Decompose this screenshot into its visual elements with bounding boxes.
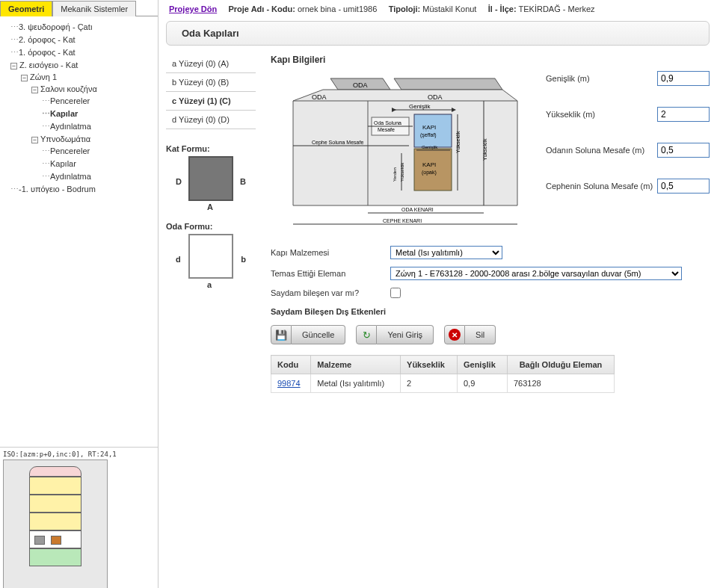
th-bagli: Bağlı Olduğu Eleman — [507, 356, 614, 374]
svg-text:Oda Soluna: Oda Soluna — [374, 120, 401, 126]
surface-b[interactable]: b Yüzeyi (0) (B) — [166, 73, 256, 92]
section-title: Oda Kapıları — [166, 21, 710, 46]
saydam-checkbox[interactable] — [390, 288, 401, 298]
tipoloji-value: Müstakil Konut — [422, 4, 476, 13]
svg-text:ODA: ODA — [312, 93, 327, 101]
shape-b2: b — [241, 255, 246, 264]
sil-button[interactable]: Sil — [465, 325, 496, 344]
svg-text:ODA: ODA — [428, 93, 443, 101]
refresh-icon[interactable]: ↻ — [356, 325, 377, 344]
shape-a2: a — [207, 280, 212, 289]
tree-room-2[interactable]: −Υπνοδωμάτια — [3, 133, 155, 145]
topbar: Projeye Dön Proje Adı - Kodu: ornek bina… — [166, 0, 710, 18]
svg-marker-1 — [394, 78, 502, 90]
tree-floor-2[interactable]: ⋯2. όροφος - Kat — [3, 34, 155, 46]
shape-a: A — [207, 202, 213, 211]
delete-icon[interactable] — [444, 325, 465, 344]
svg-text:Yükseklik: Yükseklik — [455, 131, 461, 153]
tree-floor-0[interactable]: −Ζ. εισόγειο - Kat — [3, 59, 155, 71]
svg-text:Yükseklik: Yükseklik — [400, 162, 404, 182]
collapse-icon[interactable]: − — [10, 63, 17, 69]
tree-kapilar[interactable]: ⋯Kapılar — [3, 108, 155, 120]
yukseklik-input[interactable] — [657, 107, 710, 122]
th-gen: Genişlik — [457, 356, 507, 374]
malzeme-label: Kapı Malzemesi — [271, 248, 375, 257]
svg-text:Genişlik: Genişlik — [422, 145, 438, 149]
kat-formu-title: Kat Formu: — [166, 144, 256, 153]
svg-rect-13 — [414, 114, 452, 147]
svg-text:Mesafe: Mesafe — [378, 127, 395, 132]
tree-floor-1[interactable]: ⋯1. όροφος - Kat — [3, 46, 155, 59]
tree-pencereler[interactable]: ⋯Pencereler — [3, 95, 155, 108]
svg-text:KAPI: KAPI — [422, 124, 436, 131]
form-heading: Kapı Bilgileri — [271, 55, 710, 65]
tree-aydinlatma-2[interactable]: ⋯Aydınlatma — [3, 170, 155, 183]
yukseklik-label: Yükseklik (m) — [546, 110, 595, 119]
collapse-icon[interactable]: − — [31, 87, 38, 93]
proje-value: ornek bina - umit1986 — [298, 4, 377, 13]
building-preview: ISO:[azm:p+0,inc:0], RT:24,1 — [0, 447, 158, 588]
il-value: TEKİRDAĞ - Merkez — [518, 4, 594, 13]
svg-text:ODA KENARI: ODA KENARI — [401, 207, 434, 212]
save-icon[interactable]: 💾 — [271, 325, 292, 344]
nav-tree: ⋯3. ψευδοροφή - Çatı ⋯2. όροφος - Kat ⋯1… — [0, 16, 158, 200]
tab-geometri[interactable]: Geometri — [0, 1, 52, 16]
th-kodu: Kodu — [271, 356, 311, 374]
doors-table: Kodu Malzeme Yükseklik Genişlik Bağlı Ol… — [271, 355, 615, 393]
odasol-input[interactable] — [657, 143, 710, 158]
th-malzeme: Malzeme — [311, 356, 401, 374]
th-yuk: Yükseklik — [401, 356, 458, 374]
shape-d2: d — [176, 255, 181, 264]
tree-zone-1[interactable]: −Ζώνη 1 — [3, 71, 155, 83]
tree-kapilar-2[interactable]: ⋯Kapılar — [3, 158, 155, 170]
oda-shape — [188, 234, 233, 279]
surface-d[interactable]: d Yüzeyi (0) (D) — [166, 111, 256, 129]
back-link[interactable]: Projeye Dön — [169, 4, 217, 13]
subheading: Saydam Bileşen Dış Etkenleri — [271, 307, 710, 316]
tab-mekanik[interactable]: Mekanik Sistemler — [52, 1, 136, 16]
diag-oda-1: ODA — [353, 81, 368, 89]
genislik-label: Genişlik (m) — [546, 74, 590, 83]
malzeme-select[interactable]: Metal (Isı yalıtımlı) — [390, 246, 502, 259]
preview-meta: ISO:[azm:p+0,inc:0], RT:24,1 — [3, 451, 155, 458]
tree-room-1[interactable]: −Σαλονι κουζήνα — [3, 83, 155, 95]
cephesol-label: Cephenin Soluna Mesafe (m) — [546, 182, 653, 191]
svg-text:Genişlik: Genişlik — [409, 103, 431, 110]
table-row[interactable]: 99874 Metal (Isı yalıtımlı) 2 0,9 763128 — [271, 374, 615, 393]
collapse-icon[interactable]: − — [31, 137, 38, 143]
shape-d: D — [176, 177, 182, 186]
il-label: İl - İlçe: — [488, 4, 517, 13]
oda-formu-title: Oda Formu: — [166, 222, 256, 231]
svg-text:Yerden: Yerden — [393, 167, 397, 182]
svg-text:(opak): (opak) — [422, 170, 437, 176]
surface-c[interactable]: c Yüzeyi (1) (C) — [166, 92, 256, 111]
surface-a[interactable]: a Yüzeyi (0) (A) — [166, 55, 256, 73]
collapse-icon[interactable]: − — [21, 75, 28, 81]
temas-select[interactable]: Ζώνη 1 - E763128 - 2000-2008 arası 2.böl… — [390, 267, 682, 280]
tree-aydinlatma[interactable]: ⋯Aydınlatma — [3, 120, 155, 133]
saydam-label: Saydam bileşen var mı? — [271, 288, 375, 297]
tree-floor-3[interactable]: ⋯3. ψευδοροφή - Çatı — [3, 21, 155, 34]
svg-text:KAPI: KAPI — [422, 161, 436, 168]
genislik-input[interactable] — [657, 71, 710, 86]
shape-b: B — [240, 177, 246, 186]
row-kodu-link[interactable]: 99874 — [277, 379, 301, 388]
tree-pencereler-2[interactable]: ⋯Pencereler — [3, 145, 155, 158]
kat-shape — [188, 156, 233, 201]
row-yuk: 2 — [401, 374, 458, 393]
svg-text:(şeffaf): (şeffaf) — [420, 132, 437, 138]
proje-label: Proje Adı - Kodu: — [228, 4, 295, 13]
cephesol-input[interactable] — [657, 179, 710, 194]
svg-text:CEPHE KENARI: CEPHE KENARI — [383, 218, 422, 223]
tree-floor-m1[interactable]: ⋯-1. υπόγειο - Bodrum — [3, 183, 155, 196]
door-diagram: ODA ODA ODA Genişlik Oda Soluna — [271, 71, 532, 235]
guncelle-button[interactable]: Güncelle — [292, 325, 345, 344]
yeni-button[interactable]: Yeni Giriş — [377, 325, 434, 344]
row-bagli: 763128 — [507, 374, 614, 393]
row-malzeme: Metal (Isı yalıtımlı) — [311, 374, 401, 393]
svg-text:Cephe Soluna Mesafe: Cephe Soluna Mesafe — [312, 140, 363, 146]
svg-text:Yükseklik: Yükseklik — [482, 138, 487, 161]
row-gen: 0,9 — [457, 374, 507, 393]
temas-label: Temas Ettiği Eleman — [271, 269, 375, 278]
tipoloji-label: Tipoloji: — [389, 4, 421, 13]
